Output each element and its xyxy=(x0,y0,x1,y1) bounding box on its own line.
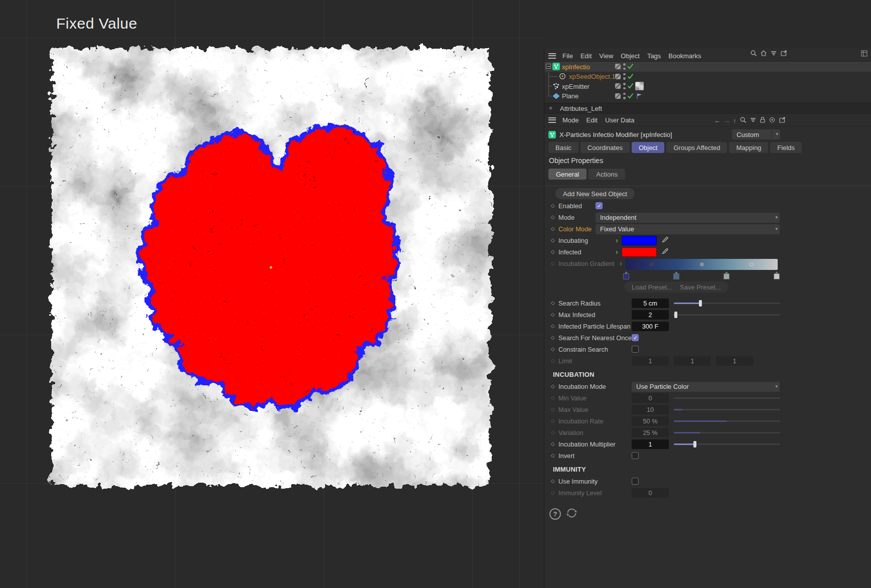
gradient-bias-knot[interactable] xyxy=(650,262,654,266)
object-row-xpseedobject[interactable]: xpSeedObject.1 xyxy=(544,72,871,82)
gradient-bias-knot[interactable] xyxy=(700,262,704,266)
load-preset-button[interactable]: Load Preset... xyxy=(624,281,680,292)
keyframe-diamond-icon[interactable] xyxy=(551,335,555,340)
tab-mapping[interactable]: Mapping xyxy=(729,142,768,153)
viewport[interactable]: Fixed Value xyxy=(0,0,544,588)
layer-toggle-icon[interactable] xyxy=(615,83,621,89)
object-row-plane[interactable]: Plane xyxy=(544,91,871,101)
texture-thumbnail[interactable] xyxy=(635,82,644,90)
search-radius-input[interactable]: 5 cm xyxy=(632,299,669,308)
keyframe-diamond-icon[interactable] xyxy=(551,214,555,220)
object-row-xpinfectio[interactable]: xpInfectio xyxy=(544,62,871,72)
keyframe-diamond-icon[interactable] xyxy=(551,300,555,306)
gradient-color-knot[interactable] xyxy=(774,273,780,279)
incubation-multiplier-input[interactable]: 1 xyxy=(632,439,669,449)
limit-z-input[interactable]: 1 xyxy=(716,356,753,366)
enabled-checkbox[interactable] xyxy=(596,202,603,209)
color-mode-dropdown[interactable]: Fixed Value xyxy=(596,224,780,234)
incubation-rate-input[interactable]: 50 % xyxy=(632,416,669,426)
limit-y-input[interactable]: 1 xyxy=(674,356,711,366)
keyframe-diamond-icon[interactable] xyxy=(551,490,555,495)
menu-edit[interactable]: Edit xyxy=(580,52,592,60)
enabled-check-icon[interactable] xyxy=(627,83,634,90)
menu-object[interactable]: Object xyxy=(621,52,640,60)
gradient-bias-knot[interactable] xyxy=(750,262,754,266)
menu-mode[interactable]: Mode xyxy=(562,116,579,124)
search-icon[interactable] xyxy=(750,50,757,58)
panel-layout-icon[interactable] xyxy=(861,50,867,58)
keyframe-diamond-icon[interactable] xyxy=(551,260,555,266)
color-picker-pen-icon[interactable] xyxy=(661,247,669,256)
max-infected-slider[interactable] xyxy=(674,314,780,316)
incubation-gradient-bar[interactable] xyxy=(626,259,778,270)
search-radius-slider[interactable] xyxy=(674,303,780,304)
expand-chevron-icon[interactable] xyxy=(616,236,618,244)
incubation-mode-dropdown[interactable]: Use Particle Color xyxy=(632,382,780,392)
menu-file[interactable]: File xyxy=(562,52,573,60)
visibility-dots-icon[interactable] xyxy=(623,83,626,89)
variation-input[interactable]: 25 % xyxy=(632,428,669,437)
gradient-color-knot[interactable] xyxy=(623,273,629,279)
max-value-input[interactable]: 10 xyxy=(632,405,669,414)
back-arrow-icon[interactable] xyxy=(714,117,720,124)
save-preset-button[interactable]: Save Preset... xyxy=(672,281,729,292)
keyframe-diamond-icon[interactable] xyxy=(551,346,555,352)
refresh-icon[interactable] xyxy=(565,507,578,521)
expand-chevron-icon[interactable] xyxy=(620,259,622,267)
constrain-search-checkbox[interactable] xyxy=(632,346,639,353)
keyframe-diamond-icon[interactable] xyxy=(551,478,555,484)
keyframe-diamond-icon[interactable] xyxy=(551,395,555,400)
external-window-icon[interactable] xyxy=(779,116,786,125)
enabled-check-icon[interactable] xyxy=(627,73,634,81)
filter-icon[interactable] xyxy=(770,50,777,58)
menu-bookmarks[interactable]: Bookmarks xyxy=(668,52,701,60)
tab-fields[interactable]: Fields xyxy=(770,142,802,153)
infected-color-swatch[interactable] xyxy=(622,247,657,257)
visibility-dots-icon[interactable] xyxy=(623,63,626,70)
layer-toggle-icon[interactable] xyxy=(615,74,621,79)
keyframe-diamond-icon[interactable] xyxy=(551,406,555,412)
help-icon[interactable] xyxy=(549,508,561,520)
add-new-seed-object-button[interactable]: Add New Seed Object xyxy=(555,188,635,199)
home-icon[interactable] xyxy=(760,50,767,58)
object-name[interactable]: Plane xyxy=(562,92,578,100)
menu-view[interactable]: View xyxy=(599,52,613,60)
menu-edit[interactable]: Edit xyxy=(587,116,598,124)
color-picker-pen-icon[interactable] xyxy=(661,236,669,245)
enabled-check-icon[interactable] xyxy=(627,63,634,71)
keyframe-diamond-icon[interactable] xyxy=(551,383,555,389)
tab-coordinates[interactable]: Coordinates xyxy=(580,142,630,153)
keyframe-diamond-icon[interactable] xyxy=(551,249,555,254)
layer-toggle-icon[interactable] xyxy=(615,93,621,99)
close-icon[interactable] xyxy=(549,105,552,112)
keyframe-diamond-icon[interactable] xyxy=(551,441,555,447)
visibility-dots-icon[interactable] xyxy=(623,73,626,80)
gradient-color-knot[interactable] xyxy=(673,273,679,279)
incubating-color-swatch[interactable] xyxy=(622,236,657,245)
visibility-dots-icon[interactable] xyxy=(623,93,626,99)
keyframe-diamond-icon[interactable] xyxy=(551,453,555,458)
menu-tags[interactable]: Tags xyxy=(647,52,661,60)
mode-dropdown[interactable]: Independent xyxy=(596,213,780,223)
tab-groups-affected[interactable]: Groups Affected xyxy=(666,142,727,153)
min-value-input[interactable]: 0 xyxy=(632,393,669,403)
invert-checkbox[interactable] xyxy=(632,452,639,459)
tab-basic[interactable]: Basic xyxy=(548,142,578,153)
object-name[interactable]: xpSeedObject.1 xyxy=(569,73,616,80)
immunity-level-input[interactable]: 0 xyxy=(632,488,669,498)
subtab-general[interactable]: General xyxy=(548,169,587,180)
use-immunity-checkbox[interactable] xyxy=(632,478,639,485)
limit-x-input[interactable]: 1 xyxy=(632,356,669,366)
attributes-panel-tab[interactable]: Attributes_Left xyxy=(544,103,871,114)
search-icon[interactable] xyxy=(740,116,747,125)
keyframe-diamond-icon[interactable] xyxy=(551,358,555,363)
max-infected-input[interactable]: 2 xyxy=(632,310,669,320)
keyframe-diamond-icon[interactable] xyxy=(551,203,555,208)
hamburger-menu-icon[interactable] xyxy=(548,53,556,59)
object-name[interactable]: xpEmitter xyxy=(562,83,590,90)
keyframe-diamond-icon[interactable] xyxy=(551,312,555,317)
keyframe-diamond-icon[interactable] xyxy=(551,323,555,329)
forward-arrow-icon[interactable] xyxy=(723,117,730,124)
infected-particle-lifespan-input[interactable]: 300 F xyxy=(632,322,669,331)
gradient-color-knot[interactable] xyxy=(723,273,730,279)
